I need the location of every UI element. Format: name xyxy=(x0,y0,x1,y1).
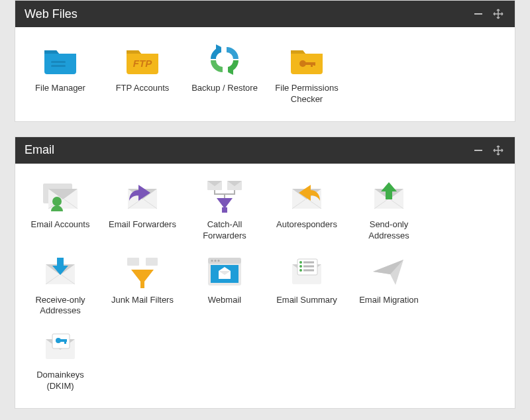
svg-rect-19 xyxy=(127,258,139,266)
svg-rect-34 xyxy=(303,269,314,271)
panel-title: Email xyxy=(25,143,471,157)
domainkeys-icon xyxy=(22,329,99,364)
panel-email: Email Email Accounts xyxy=(15,136,515,409)
file-manager-icon xyxy=(22,42,99,78)
item-label: Email Migration xyxy=(350,295,427,306)
svg-point-29 xyxy=(299,261,302,264)
backup-restore-icon xyxy=(186,42,263,78)
item-label: Junk Mail Filters xyxy=(104,295,181,306)
email-forwarders-icon xyxy=(104,178,181,214)
catch-all-forwarders-icon xyxy=(186,178,263,214)
item-label: Email Summary xyxy=(268,295,345,306)
svg-rect-8 xyxy=(474,150,482,151)
svg-rect-39 xyxy=(64,339,66,344)
item-label: Catch-All Forwarders xyxy=(186,219,263,242)
panel-header: Email xyxy=(15,137,515,164)
item-label: Email Accounts xyxy=(22,219,99,231)
svg-rect-2 xyxy=(51,65,66,67)
item-label: File Manager xyxy=(22,83,99,94)
svg-rect-1 xyxy=(51,61,66,63)
panel-web-files: Web Files File Manager xyxy=(15,0,515,122)
svg-point-24 xyxy=(215,260,217,262)
item-label: Email Forwarders xyxy=(104,219,181,231)
panel-header: Web Files xyxy=(15,1,515,27)
item-ftp-accounts[interactable]: FTP FTP Accounts xyxy=(101,39,184,115)
svg-rect-0 xyxy=(474,13,482,15)
item-domainkeys-dkim[interactable]: Domainkeys (DKIM) xyxy=(19,326,101,401)
file-permissions-icon xyxy=(268,42,345,78)
webmail-icon xyxy=(186,254,263,289)
item-file-permissions-checker[interactable]: File Permissions Checker xyxy=(266,39,348,115)
item-autoresponders[interactable]: Autoresponders xyxy=(266,176,348,251)
item-email-migration[interactable]: Email Migration xyxy=(348,251,430,327)
receive-only-icon xyxy=(22,254,99,289)
svg-rect-20 xyxy=(146,258,158,266)
move-icon[interactable] xyxy=(491,7,505,21)
item-email-accounts[interactable]: Email Accounts xyxy=(19,176,101,251)
email-migration-icon xyxy=(350,254,427,289)
svg-rect-30 xyxy=(303,261,314,263)
send-only-icon xyxy=(350,178,427,214)
panel-body: Email Accounts Email Forwarders xyxy=(15,164,515,408)
svg-point-33 xyxy=(299,269,302,272)
item-label: FTP Accounts xyxy=(104,83,181,94)
item-send-only-addresses[interactable]: Send-only Addresses xyxy=(348,176,430,251)
ftp-accounts-icon: FTP xyxy=(104,42,181,78)
svg-rect-15 xyxy=(222,207,227,213)
svg-rect-6 xyxy=(311,62,313,67)
panel-body: File Manager FTP FTP Accounts xyxy=(15,27,515,121)
item-junk-mail-filters[interactable]: Junk Mail Filters xyxy=(101,251,184,327)
minimize-icon[interactable] xyxy=(471,143,486,158)
item-label: File Permissions Checker xyxy=(268,83,345,105)
move-icon[interactable] xyxy=(491,143,505,158)
item-email-summary[interactable]: Email Summary xyxy=(266,251,348,327)
svg-point-25 xyxy=(218,260,220,262)
panel-title: Web Files xyxy=(25,7,471,21)
svg-point-23 xyxy=(211,260,213,262)
svg-rect-32 xyxy=(303,265,314,267)
item-webmail[interactable]: Webmail xyxy=(184,251,266,327)
email-accounts-icon xyxy=(22,178,99,214)
item-label: Domainkeys (DKIM) xyxy=(22,370,99,392)
svg-point-11 xyxy=(52,197,62,206)
item-label: Webmail xyxy=(186,295,263,306)
svg-point-31 xyxy=(299,265,302,268)
item-label: Receive-only Addresses xyxy=(22,295,99,317)
autoresponders-icon xyxy=(268,178,345,214)
item-file-manager[interactable]: File Manager xyxy=(19,39,101,115)
item-email-forwarders[interactable]: Email Forwarders xyxy=(101,176,184,251)
item-label: Backup / Restore xyxy=(186,83,263,94)
junk-mail-filters-icon xyxy=(104,254,181,289)
item-receive-only-addresses[interactable]: Receive-only Addresses xyxy=(19,251,101,327)
svg-rect-7 xyxy=(313,62,315,66)
email-summary-icon xyxy=(268,254,345,289)
item-label: Autoresponders xyxy=(268,219,345,231)
item-backup-restore[interactable]: Backup / Restore xyxy=(184,39,266,115)
item-label: Send-only Addresses xyxy=(350,219,427,242)
svg-text:FTP: FTP xyxy=(133,58,152,69)
minimize-icon[interactable] xyxy=(471,7,486,21)
item-catch-all-forwarders[interactable]: Catch-All Forwarders xyxy=(184,176,266,251)
